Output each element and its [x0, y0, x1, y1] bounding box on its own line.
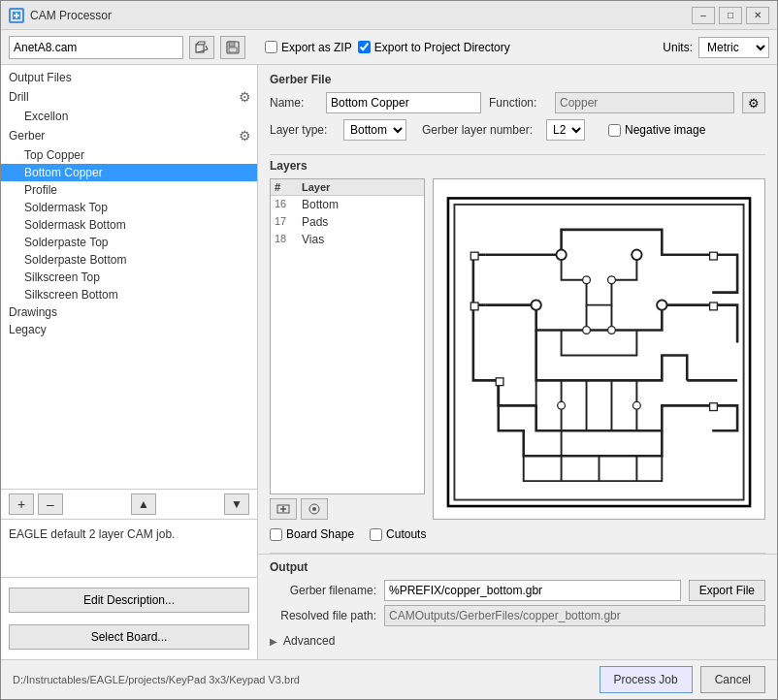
name-row: Name: Function: ⚙	[270, 92, 765, 113]
svg-rect-21	[710, 403, 718, 411]
preview-options: Board Shape Cutouts	[270, 524, 765, 545]
layer-number-label: Gerber layer number:	[422, 123, 538, 137]
svg-rect-20	[496, 378, 503, 386]
svg-point-29	[608, 327, 616, 334]
svg-point-28	[583, 327, 591, 334]
tree-item-soldermask-top[interactable]: Soldermask Top	[1, 199, 257, 216]
remove-item-button[interactable]: –	[38, 493, 63, 515]
left-panel: Output Files Drill ⚙ Excellon Gerber ⚙ T…	[1, 65, 258, 659]
layer-type-row: Layer type: Top Bottom Inner All Gerber …	[270, 119, 765, 141]
bottom-bar: D:/Instructables/EAGLE/projects/KeyPad 3…	[1, 659, 777, 699]
bottom-action-buttons: Process Job Cancel	[600, 666, 765, 693]
title-bar: CAM Processor – □ ✕	[1, 1, 777, 30]
export-project-checkbox[interactable]	[358, 41, 371, 53]
negative-image-label[interactable]: Negative image	[608, 123, 705, 137]
layers-list-header: # Layer	[271, 179, 424, 196]
cancel-button[interactable]: Cancel	[700, 666, 765, 693]
svg-point-24	[532, 300, 541, 309]
svg-rect-16	[470, 252, 478, 260]
export-zip-checkbox[interactable]	[265, 41, 277, 53]
tree-item-solderpaste-bottom[interactable]: Solderpaste Bottom	[1, 251, 257, 269]
layer-row-pads[interactable]: 17 Pads	[271, 213, 424, 231]
window-controls: – □ ✕	[692, 7, 769, 24]
cutouts-label[interactable]: Cutouts	[370, 527, 426, 541]
layer-type-label: Layer type:	[270, 123, 336, 137]
units-select[interactable]: Metric Imperial	[698, 37, 769, 58]
maximize-button[interactable]: □	[719, 7, 742, 24]
tree-item-bottom-copper[interactable]: Bottom Copper	[1, 164, 257, 181]
tree-item-silkscreen-top[interactable]: Silkscreen Top	[1, 269, 257, 286]
svg-rect-17	[710, 252, 718, 260]
function-gear-button[interactable]: ⚙	[742, 92, 765, 113]
tree-container: Output Files Drill ⚙ Excellon Gerber ⚙ T…	[1, 65, 257, 489]
name-input[interactable]	[326, 92, 481, 113]
minimize-button[interactable]: –	[692, 7, 715, 24]
filename-input[interactable]	[9, 36, 183, 59]
layers-section: Layers # Layer 16 Bottom	[258, 155, 777, 553]
svg-point-30	[558, 401, 566, 409]
name-label: Name:	[270, 96, 318, 110]
function-input[interactable]	[555, 92, 734, 113]
tree-item-silkscreen-bottom[interactable]: Silkscreen Bottom	[1, 286, 257, 303]
tree-section-legacy[interactable]: Legacy	[1, 321, 257, 338]
function-label: Function:	[489, 96, 547, 110]
layers-list: # Layer 16 Bottom 17 Pads	[270, 178, 425, 494]
board-shape-checkbox[interactable]	[270, 528, 282, 541]
layers-title: Layers	[270, 159, 765, 173]
tree-item-excellon[interactable]: Excellon	[1, 108, 257, 125]
cutouts-checkbox[interactable]	[370, 528, 382, 541]
tree-section-gerber[interactable]: Gerber ⚙	[1, 125, 257, 146]
remove-layer-button[interactable]	[301, 498, 328, 520]
advanced-row[interactable]: ▶ Advanced	[270, 630, 765, 652]
tree-section-drill[interactable]: Drill ⚙	[1, 86, 257, 108]
export-file-button[interactable]: Export File	[689, 580, 765, 601]
gerber-file-section: Gerber File Name: Function: ⚙ Layer type…	[258, 65, 777, 154]
process-job-button[interactable]: Process Job	[600, 666, 693, 693]
svg-point-22	[556, 250, 566, 260]
tree-section-drawings[interactable]: Drawings	[1, 303, 257, 321]
close-button[interactable]: ✕	[746, 7, 769, 24]
col-header-name: Layer	[302, 181, 420, 193]
main-content: Output Files Drill ⚙ Excellon Gerber ⚙ T…	[1, 65, 777, 659]
tree-item-profile[interactable]: Profile	[1, 181, 257, 199]
save-button[interactable]	[220, 36, 245, 59]
gerber-gear-icon[interactable]: ⚙	[236, 127, 253, 144]
move-up-button[interactable]: ▲	[131, 493, 156, 515]
export-project-label[interactable]: Export to Project Directory	[358, 41, 510, 54]
move-down-button[interactable]: ▼	[224, 493, 249, 515]
add-item-button[interactable]: +	[9, 493, 34, 515]
advanced-label: Advanced	[283, 634, 335, 648]
layer-row-bottom[interactable]: 16 Bottom	[271, 196, 424, 213]
open-icon	[195, 41, 209, 54]
gerber-filename-row: Gerber filename: Export File	[270, 580, 765, 601]
tree-item-top-copper[interactable]: Top Copper	[1, 146, 257, 164]
add-layer-button[interactable]	[270, 498, 297, 520]
add-layer-icon	[276, 502, 290, 516]
svg-rect-19	[710, 302, 718, 310]
output-title: Output	[270, 560, 765, 574]
drill-gear-icon[interactable]: ⚙	[236, 88, 253, 106]
layer-number-select[interactable]: L1 L2 L3 L4	[546, 119, 585, 141]
negative-image-checkbox[interactable]	[608, 124, 621, 137]
right-panel: Gerber File Name: Function: ⚙ Layer type…	[258, 65, 777, 659]
resolved-path-row: Resolved file path:	[270, 605, 765, 626]
pcb-preview-svg	[434, 179, 764, 519]
select-board-button[interactable]: Select Board...	[9, 624, 249, 650]
layer-row-vias[interactable]: 18 Vias	[271, 231, 424, 248]
tree-section-output-files[interactable]: Output Files	[1, 69, 257, 86]
svg-point-23	[632, 250, 641, 260]
gerber-filename-label: Gerber filename:	[270, 584, 376, 597]
layer-type-select[interactable]: Top Bottom Inner All	[343, 119, 406, 141]
export-zip-label[interactable]: Export as ZIP	[265, 41, 352, 54]
layers-list-container: # Layer 16 Bottom 17 Pads	[270, 178, 425, 520]
tree-item-solderpaste-top[interactable]: Solderpaste Top	[1, 234, 257, 251]
output-section: Output Gerber filename: Export File Reso…	[258, 554, 777, 659]
board-shape-label[interactable]: Board Shape	[270, 527, 354, 541]
window-title: CAM Processor	[30, 9, 692, 22]
open-button[interactable]	[189, 36, 214, 59]
gerber-filename-input[interactable]	[384, 580, 681, 601]
tree-item-soldermask-bottom[interactable]: Soldermask Bottom	[1, 216, 257, 234]
svg-rect-8	[229, 48, 237, 52]
svg-point-25	[657, 300, 666, 309]
edit-description-button[interactable]: Edit Description...	[9, 588, 249, 613]
